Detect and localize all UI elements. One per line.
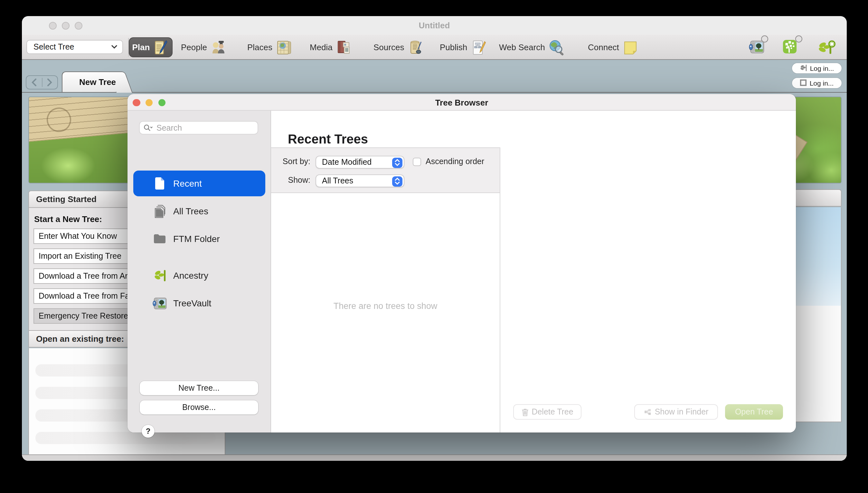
familysearch-square-icon bbox=[800, 80, 807, 87]
ancestry-leaf-icon bbox=[800, 64, 807, 72]
window-footer bbox=[22, 454, 847, 461]
sidebar-item-treevault[interactable]: TreeVault bbox=[133, 290, 265, 316]
document-icon bbox=[151, 177, 168, 190]
show-value: All Trees bbox=[322, 176, 353, 185]
main-titlebar: Untitled bbox=[22, 16, 847, 36]
search-input[interactable] bbox=[155, 123, 254, 133]
tab-sources[interactable]: Sources bbox=[374, 37, 424, 57]
search-field[interactable] bbox=[139, 121, 258, 134]
open-tree-button[interactable]: Open Tree bbox=[725, 404, 783, 420]
show-label: Show: bbox=[272, 176, 310, 185]
sort-by-value: Date Modified bbox=[322, 158, 372, 167]
plan-label: Plan bbox=[132, 42, 150, 52]
start-new-tree-label: Start a New Tree: bbox=[34, 214, 102, 224]
ascending-checkbox[interactable] bbox=[413, 158, 421, 166]
notification-badge bbox=[795, 36, 802, 42]
history-nav bbox=[26, 75, 58, 89]
dialog-title: Tree Browser bbox=[127, 98, 796, 107]
sidebar-item-label: Recent bbox=[173, 178, 202, 189]
sidebar-item-ftm-folder[interactable]: FTM Folder bbox=[133, 226, 265, 252]
stepper-icon bbox=[392, 176, 402, 186]
familysearch-status-icon[interactable] bbox=[782, 39, 799, 55]
trash-icon bbox=[521, 408, 528, 416]
dialog-main: Recent Trees Sort by: Date Modified Asce… bbox=[271, 111, 796, 432]
browse-button[interactable]: Browse... bbox=[140, 400, 258, 414]
sidebar-item-ancestry[interactable]: Ancestry bbox=[133, 263, 265, 288]
places-label: Places bbox=[247, 42, 272, 52]
main-window: Untitled Select Tree Plan People bbox=[22, 16, 847, 461]
notification-badge bbox=[761, 36, 768, 42]
desktop: Untitled Select Tree Plan People bbox=[0, 0, 868, 493]
tab-publish[interactable]: Publish bbox=[440, 37, 487, 57]
stepper-icon bbox=[392, 157, 402, 168]
media-label: Media bbox=[310, 42, 333, 52]
plan-icon bbox=[152, 39, 169, 56]
people-label: People bbox=[181, 42, 207, 52]
list-item bbox=[36, 432, 216, 444]
stacked-docs-icon bbox=[151, 204, 168, 218]
sidebar-item-label: TreeVault bbox=[173, 298, 211, 308]
web-search-label: Web Search bbox=[499, 42, 545, 52]
login-label: Log in... bbox=[810, 79, 834, 87]
help-button[interactable]: ? bbox=[142, 425, 154, 438]
dialog-titlebar: Tree Browser bbox=[127, 94, 796, 111]
sidebar-item-recent[interactable]: Recent bbox=[133, 171, 265, 196]
dialog-sidebar: Recent All Trees FTM Folder bbox=[127, 111, 271, 432]
delete-tree-label: Delete Tree bbox=[532, 407, 573, 416]
tab-label: New Tree bbox=[69, 77, 126, 87]
finder-icon bbox=[644, 408, 652, 416]
select-tree-value: Select Tree bbox=[34, 42, 74, 51]
ascending-label: Ascending order bbox=[426, 157, 484, 166]
chevron-down-icon bbox=[111, 45, 117, 49]
forward-button[interactable] bbox=[42, 76, 57, 89]
panel-divider bbox=[500, 147, 500, 432]
delete-tree-button[interactable]: Delete Tree bbox=[513, 404, 581, 420]
folder-icon bbox=[151, 234, 168, 244]
ancestry-status-icon[interactable] bbox=[818, 39, 834, 55]
ancestry-login-button[interactable]: Log in... bbox=[792, 63, 842, 73]
select-tree-dropdown[interactable]: Select Tree bbox=[26, 40, 123, 54]
sort-by-label: Sort by: bbox=[272, 157, 310, 166]
familysearch-login-button[interactable]: Log in... bbox=[792, 78, 842, 88]
media-icon bbox=[336, 39, 353, 56]
publish-icon bbox=[470, 39, 487, 56]
tab-new-tree[interactable]: New Tree bbox=[62, 71, 116, 92]
publish-label: Publish bbox=[440, 42, 467, 52]
tab-people[interactable]: People bbox=[181, 37, 227, 57]
people-icon bbox=[210, 39, 227, 56]
sidebar-item-label: Ancestry bbox=[173, 270, 208, 281]
tree-browser-dialog: Tree Browser Recent bbox=[127, 94, 796, 432]
main-toolbar: Select Tree Plan People Places bbox=[22, 35, 847, 60]
sort-by-dropdown[interactable]: Date Modified bbox=[316, 156, 404, 169]
empty-state-message: There are no trees to show bbox=[271, 301, 500, 311]
tab-places[interactable]: Places bbox=[247, 37, 292, 57]
window-title: Untitled bbox=[22, 21, 847, 30]
connect-icon bbox=[622, 39, 639, 56]
back-button[interactable] bbox=[26, 76, 42, 89]
connect-label: Connect bbox=[588, 42, 619, 52]
treevault-icon bbox=[151, 296, 168, 310]
sidebar-item-label: All Trees bbox=[173, 206, 208, 216]
sources-label: Sources bbox=[374, 42, 404, 52]
places-icon bbox=[276, 39, 292, 56]
web-search-icon bbox=[548, 39, 565, 56]
ancestry-leaf-icon bbox=[151, 269, 168, 282]
sources-icon bbox=[407, 39, 424, 56]
new-tree-button[interactable]: New Tree... bbox=[140, 381, 258, 395]
sidebar-item-all-trees[interactable]: All Trees bbox=[133, 198, 265, 224]
sort-controls: Sort by: Date Modified Ascending order S… bbox=[271, 147, 500, 193]
tab-strip-baseline bbox=[22, 92, 847, 93]
tab-media[interactable]: Media bbox=[310, 37, 353, 57]
tab-web-search[interactable]: Web Search bbox=[499, 37, 565, 57]
treevault-status-icon[interactable] bbox=[748, 39, 765, 55]
open-tree-label: Open Tree bbox=[735, 407, 773, 416]
sidebar-item-label: FTM Folder bbox=[173, 234, 220, 244]
show-in-finder-label: Show in Finder bbox=[655, 407, 708, 416]
search-icon bbox=[144, 124, 153, 131]
tab-connect[interactable]: Connect bbox=[588, 37, 639, 57]
login-label: Log in... bbox=[810, 64, 834, 72]
page-title: Recent Trees bbox=[288, 132, 368, 147]
show-in-finder-button[interactable]: Show in Finder bbox=[634, 404, 718, 420]
show-dropdown[interactable]: All Trees bbox=[316, 174, 404, 187]
tab-plan[interactable]: Plan bbox=[129, 37, 173, 57]
